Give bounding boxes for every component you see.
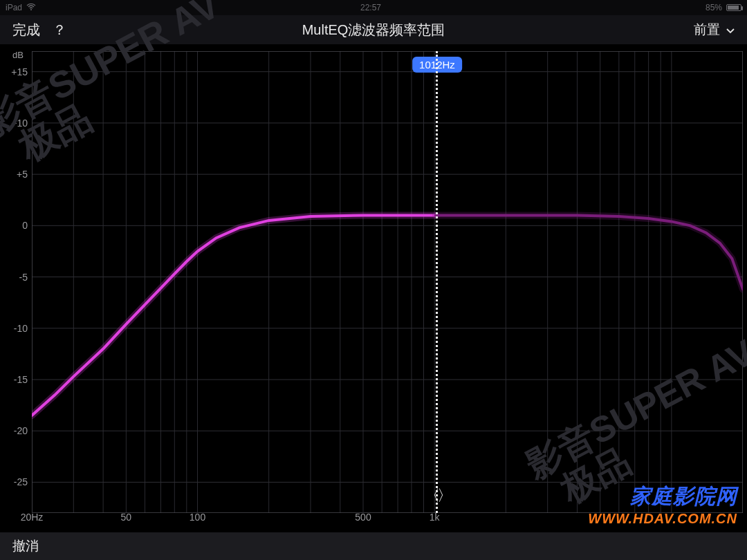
x-tick-label: 20Hz [21, 512, 44, 523]
battery-pct: 85% [706, 3, 722, 12]
y-tick-label: -20 [0, 425, 28, 436]
device-label: iPad [6, 3, 22, 12]
curve-response-inactive [436, 216, 743, 290]
y-tick-label: -10 [0, 323, 28, 334]
curve-response-active [32, 216, 436, 416]
x-tick-label: 500 [355, 512, 371, 523]
nav-bar: 完成 ？ MultEQ滤波器频率范围 前置 [0, 15, 747, 44]
y-tick-label: -5 [0, 272, 28, 283]
x-tick-label: 1k [430, 512, 440, 523]
done-button[interactable]: 完成 [12, 21, 40, 39]
undo-button[interactable]: 撤消 [12, 537, 39, 555]
y-tick-label: 0 [0, 220, 28, 231]
plot-area[interactable] [32, 51, 743, 513]
y-tick-label: +5 [0, 169, 28, 180]
y-tick-label: +15 [0, 66, 28, 77]
wifi-icon [26, 3, 36, 12]
y-axis-unit: dB [12, 50, 24, 60]
status-bar: iPad 22:57 85% [0, 0, 747, 15]
battery-icon [726, 4, 741, 11]
cursor-line[interactable] [436, 51, 438, 513]
eq-chart: dB 1012Hz 〈〉 +15+10+50-5-10-15-20-2520Hz… [0, 44, 747, 532]
help-button[interactable]: ？ [53, 21, 66, 39]
y-tick-label: -25 [0, 476, 28, 487]
page-title: MultEQ滤波器频率范围 [302, 21, 445, 39]
y-tick-label: +10 [0, 118, 28, 129]
channel-label: 前置 [694, 22, 720, 37]
x-tick-label: 100 [190, 512, 205, 523]
svg-point-0 [30, 9, 32, 10]
cursor-drag-handle[interactable]: 〈〉 [425, 485, 450, 506]
x-tick-label: 50 [121, 512, 132, 523]
svg-rect-38 [32, 51, 743, 513]
chevron-down-icon [726, 22, 735, 37]
curve-response-active [32, 216, 436, 416]
status-time: 22:57 [360, 3, 381, 12]
bottom-bar: 撤消 [0, 532, 747, 560]
channel-selector[interactable]: 前置 [694, 21, 735, 39]
y-tick-label: -15 [0, 374, 28, 385]
